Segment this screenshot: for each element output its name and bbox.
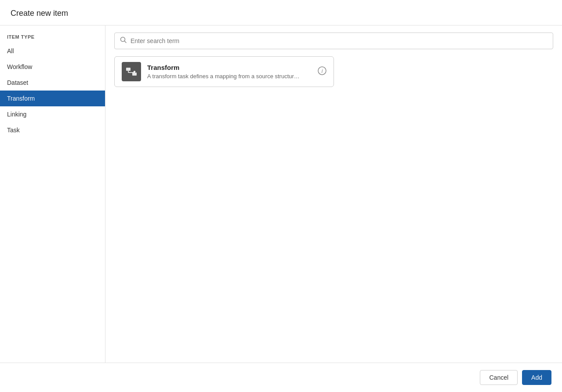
main-content: Transform A transform task defines a map… <box>105 25 562 363</box>
svg-text:i: i <box>322 68 323 74</box>
item-type-section-label: ITEM TYPE <box>0 33 105 43</box>
add-button[interactable]: Add <box>522 370 551 385</box>
search-bar <box>114 33 553 49</box>
transform-item-card[interactable]: Transform A transform task defines a map… <box>114 56 334 87</box>
sidebar-item-linking[interactable]: Linking <box>0 106 105 122</box>
transform-card-icon <box>122 62 141 81</box>
info-icon[interactable]: i <box>318 66 326 77</box>
sidebar-item-all[interactable]: All <box>0 43 105 59</box>
sidebar-item-dataset[interactable]: Dataset <box>0 75 105 91</box>
svg-line-1 <box>125 41 127 43</box>
dialog-header: Create new item <box>0 0 562 25</box>
dialog-body: ITEM TYPE All Workflow Dataset Transform… <box>0 25 562 363</box>
sidebar-item-transform[interactable]: Transform <box>0 91 105 106</box>
transform-card-desc: A transform task defines a mapping from … <box>147 73 312 80</box>
transform-card-text: Transform A transform task defines a map… <box>147 64 312 80</box>
search-icon <box>120 36 127 45</box>
dialog-title: Create new item <box>11 9 551 18</box>
transform-card-title: Transform <box>147 64 312 71</box>
sidebar: ITEM TYPE All Workflow Dataset Transform… <box>0 25 105 363</box>
sidebar-item-workflow[interactable]: Workflow <box>0 59 105 75</box>
sidebar-item-task[interactable]: Task <box>0 122 105 138</box>
search-input[interactable] <box>131 37 547 44</box>
create-new-item-dialog: Create new item ITEM TYPE All Workflow D… <box>0 0 562 392</box>
dialog-footer: Cancel Add <box>0 363 562 392</box>
svg-rect-2 <box>126 68 131 71</box>
cancel-button[interactable]: Cancel <box>480 370 518 385</box>
